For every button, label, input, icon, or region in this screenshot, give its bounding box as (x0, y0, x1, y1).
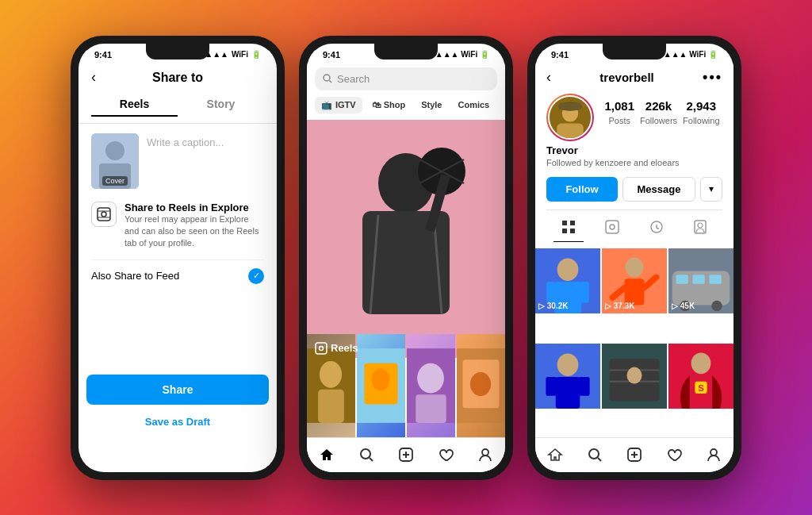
share-button[interactable]: Share (86, 375, 269, 405)
svg-rect-19 (316, 343, 327, 354)
caption-input[interactable]: Write a caption... (147, 133, 264, 189)
profile-cell-5[interactable] (602, 344, 667, 409)
share-thumbnail[interactable]: Cover (91, 133, 139, 189)
nav-home-2[interactable] (319, 447, 335, 463)
tab-story[interactable]: Story (178, 93, 264, 117)
reels-option-icon (91, 202, 117, 227)
home-icon (319, 447, 335, 463)
profile-cell-6[interactable]: S (668, 344, 733, 409)
svg-line-34 (370, 458, 373, 461)
svg-point-90 (710, 449, 717, 455)
explore-grid: Reels (307, 120, 505, 437)
cat-igtv[interactable]: 📺 IGTV (315, 97, 362, 113)
profile-view-tabs (546, 209, 722, 248)
person-icon (477, 447, 493, 463)
nav-profile-2[interactable] (477, 447, 493, 463)
share-title: Share to (152, 71, 203, 85)
cell-views-3: ▷ 45K (672, 302, 695, 310)
profile-bio: Trevor Followed by kenzoere and eloears (546, 141, 722, 177)
save-draft-button[interactable]: Save as Draft (86, 411, 269, 432)
followers-count: 226k (640, 99, 677, 113)
search-bar[interactable]: Search (315, 67, 497, 90)
profile-cell-2[interactable]: ▷ 37.3K (602, 248, 667, 313)
follow-button[interactable]: Follow (546, 177, 618, 202)
followers-label: Followers (640, 116, 677, 125)
view-tab-grid[interactable] (553, 217, 584, 242)
svg-line-86 (598, 458, 601, 461)
nav-heart-3[interactable] (666, 447, 682, 463)
svg-rect-23 (318, 389, 344, 422)
view-tab-portrait[interactable] (685, 217, 715, 242)
phone-notch (146, 44, 209, 60)
profile-cell-4[interactable] (535, 344, 600, 409)
bottom-nav-2 (307, 437, 505, 472)
cat-shop[interactable]: 🛍 Shop (366, 97, 412, 113)
nav-profile-3[interactable] (706, 447, 722, 463)
phone-explore: 9:41 ▲▲▲ WiFi 🔋 Search 📺 IGTV 🛍 (299, 36, 513, 480)
search-placeholder: Search (337, 73, 370, 85)
explore-video-bg (307, 120, 505, 358)
svg-rect-57 (580, 281, 588, 302)
cell-views-1: ▷ 30.2K (538, 302, 568, 310)
grid-cell-2[interactable] (357, 334, 405, 437)
status-time-1: 9:41 (94, 50, 112, 60)
svg-rect-65 (676, 275, 688, 283)
share-preview: Cover Write a caption... (91, 133, 264, 189)
igtv-icon: 📺 (321, 100, 332, 110)
search-icon (323, 74, 332, 83)
reels-label-text: Reels (331, 342, 358, 354)
heart-icon (438, 447, 454, 463)
svg-rect-47 (570, 229, 575, 233)
cover-label: Cover (102, 176, 128, 186)
svg-point-49 (610, 225, 615, 229)
view-tab-tagged[interactable] (642, 217, 672, 242)
nav-add-3[interactable] (626, 447, 642, 463)
also-share-check: ✓ (248, 268, 264, 284)
following-label: Following (683, 116, 719, 125)
view-tab-reels[interactable] (597, 217, 627, 242)
phone-notch-3 (603, 44, 666, 60)
cat-style[interactable]: Style (415, 97, 448, 113)
nav-home-3[interactable] (547, 447, 563, 463)
svg-point-79 (626, 367, 642, 383)
add-icon-3 (626, 447, 642, 463)
nav-search-2[interactable] (358, 447, 374, 463)
reels-icon (97, 207, 111, 221)
nav-add-2[interactable] (398, 447, 414, 463)
svg-point-38 (482, 449, 488, 455)
nav-heart-2[interactable] (438, 447, 454, 463)
share-header: ‹ Share to Reels Story (79, 63, 277, 124)
reels-tab-icon (605, 220, 619, 234)
profile-grid: ▷ 30.2K ▷ 37.3K (535, 248, 733, 437)
grid-cell-4[interactable] (457, 334, 505, 437)
svg-rect-74 (578, 376, 589, 395)
svg-point-71 (557, 353, 579, 376)
tab-reels[interactable]: Reels (91, 93, 178, 117)
profile-more-button[interactable]: ••• (703, 69, 722, 86)
profile-back-button[interactable]: ‹ (546, 69, 551, 86)
also-share-feed[interactable]: Also Share to Feed ✓ (91, 259, 264, 292)
svg-rect-56 (546, 281, 555, 302)
shop-icon: 🛍 (372, 100, 381, 110)
tagged-icon (649, 220, 664, 234)
profile-top: ‹ trevorbell ••• (546, 69, 722, 86)
back-button[interactable]: ‹ (91, 69, 96, 86)
grid-cell-3[interactable] (407, 334, 455, 437)
svg-rect-66 (693, 275, 705, 283)
more-options-button[interactable]: ▾ (700, 177, 722, 202)
cat-comics[interactable]: Comics (451, 97, 496, 113)
svg-point-1 (105, 141, 124, 160)
svg-rect-73 (546, 376, 557, 395)
phone-share: 9:41 ▲▲▲ WiFi 🔋 ‹ Share to Reels Story (71, 36, 285, 480)
profile-cell-1[interactable]: ▷ 30.2K (535, 248, 600, 313)
explore-header: Search 📺 IGTV 🛍 Shop Style Comics (307, 63, 505, 120)
message-button[interactable]: Message (622, 177, 695, 202)
svg-point-7 (324, 75, 330, 81)
explore-main-video[interactable] (307, 120, 505, 358)
svg-rect-44 (562, 221, 567, 225)
nav-search-3[interactable] (587, 447, 603, 463)
share-body: Cover Write a caption... Share to Ree (79, 124, 277, 302)
svg-point-54 (557, 258, 579, 281)
share-to-reels-option: Share to Reels in Explore Your reel may … (91, 202, 264, 250)
profile-cell-3[interactable]: ▷ 45K (668, 248, 733, 313)
